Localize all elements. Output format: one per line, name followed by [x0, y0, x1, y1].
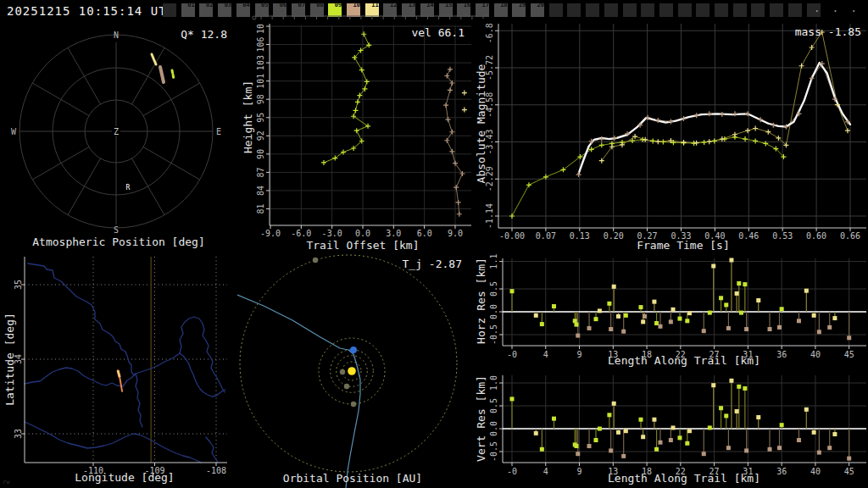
trail-offset-xlabel: Trail Offset [km] — [254, 239, 471, 252]
svg-text:S: S — [114, 225, 119, 235]
map-xlabel: Longitude [deg] — [23, 471, 226, 484]
svg-text:81: 81 — [256, 203, 265, 214]
svg-text:-0.5: -0.5 — [489, 324, 498, 345]
svg-text:98: 98 — [256, 94, 265, 104]
svg-text:-0.5: -0.5 — [489, 441, 498, 462]
svg-text:-1.14: -1.14 — [485, 203, 494, 229]
frame-box-blank[interactable] — [163, 3, 176, 17]
svg-text:-9.0: -9.0 — [260, 229, 281, 238]
vert-res-xlabel: Length Along Trail [km] — [527, 472, 841, 485]
svg-text:E: E — [216, 127, 221, 136]
frame-box-20[interactable]: 20 — [531, 3, 544, 17]
frame-box-blank[interactable] — [623, 3, 637, 17]
svg-text:1.0: 1.0 — [489, 375, 498, 391]
frame-box-02[interactable]: 02 — [199, 3, 213, 17]
svg-text:0.5: 0.5 — [489, 281, 498, 297]
horz-res-ylabel: Horz Res [km] — [475, 258, 487, 344]
frame-box-19[interactable]: 19 — [512, 3, 526, 17]
watermark: rw — [3, 479, 9, 485]
svg-text:-0: -0 — [507, 467, 517, 476]
orbital-panel — [237, 252, 471, 488]
svg-text:0.0: 0.0 — [355, 229, 370, 238]
trail-offset-ylabel: Height [km] — [242, 80, 254, 153]
svg-text:0.5: 0.5 — [489, 398, 498, 413]
frame-box-blank[interactable] — [770, 3, 783, 17]
frame-box-04[interactable]: 04 — [236, 3, 250, 17]
map-panel: -110-109-108353433 — [0, 252, 237, 488]
atmospheric-position-panel: NSWEZR — [0, 24, 237, 252]
frame-box-blank[interactable] — [715, 3, 728, 17]
svg-text:W: W — [11, 127, 17, 136]
trail-offset-panel: -9.0-6.0-3.00.03.06.09.01091061031019895… — [237, 24, 483, 252]
svg-text:0.0: 0.0 — [489, 421, 498, 436]
frame-box-03[interactable]: 03 — [218, 3, 231, 17]
map-ylabel: Latitude [deg] — [3, 313, 16, 406]
svg-text:95: 95 — [256, 113, 265, 123]
frame-box-blank[interactable] — [586, 3, 599, 17]
timestamp: 20251215 10:15:14 UTC — [7, 4, 175, 18]
svg-text:-6.87: -6.87 — [485, 24, 494, 43]
frame-box-blank[interactable] — [567, 3, 581, 17]
tisserand-annotation: T_j -2.87 — [326, 258, 462, 270]
polar-title: Atmospheric Position [deg] — [17, 236, 220, 248]
horz-res-panel: -04913182227313640451.10.50.0-0.5 — [471, 252, 868, 371]
svg-text:92: 92 — [256, 130, 265, 141]
frame-box-blank[interactable] — [788, 3, 802, 17]
frame-box-blank[interactable] — [641, 3, 654, 17]
svg-text:45: 45 — [844, 467, 854, 476]
meteor-analysis-app: { "header": { "timestamp": "20251215 10:… — [0, 0, 868, 488]
frame-box-18[interactable]: 18 — [494, 3, 508, 17]
svg-text:90: 90 — [256, 149, 265, 159]
svg-text:35: 35 — [14, 280, 23, 290]
svg-text:R: R — [126, 184, 131, 191]
svg-text:103: 103 — [256, 55, 265, 70]
svg-text:87: 87 — [256, 167, 265, 177]
vert-res-ylabel: Vert Res [km] — [475, 375, 487, 462]
svg-text:101: 101 — [256, 74, 265, 89]
svg-text:6.0: 6.0 — [417, 229, 432, 238]
svg-text:-3.0: -3.0 — [322, 229, 342, 238]
vert-res-panel: -04913182227313640451.00.50.0-0.5 — [471, 369, 868, 488]
horz-res-xlabel: Length Along Trail [km] — [527, 354, 841, 367]
frame-box-blank[interactable] — [733, 3, 747, 17]
frame-selector-bar: 20251215 10:15:14 UTC 010203040506070809… — [0, 0, 868, 24]
svg-text:45: 45 — [844, 350, 854, 359]
svg-text:106: 106 — [256, 37, 265, 53]
svg-text:109: 109 — [256, 24, 265, 34]
svg-text:84: 84 — [256, 186, 265, 196]
orbit-title: Orbital Position [AU] — [251, 472, 454, 485]
timeline-ruler[interactable] — [249, 14, 495, 22]
q-star-annotation: Q* 12.8 — [92, 28, 227, 41]
frame-box-blank[interactable] — [678, 3, 692, 17]
mass-annotation: mass -1.85 — [641, 25, 861, 38]
svg-text:Z: Z — [114, 127, 119, 136]
vel-annotation: vel 66.1 — [329, 26, 465, 39]
svg-text:1.1: 1.1 — [489, 254, 498, 269]
svg-text:3.0: 3.0 — [386, 229, 401, 238]
svg-text:0.66: 0.66 — [840, 231, 860, 241]
svg-text:33: 33 — [14, 429, 23, 439]
frame-box-blank[interactable] — [549, 3, 563, 17]
svg-text:-6.0: -6.0 — [291, 229, 311, 238]
svg-text:-0.00: -0.00 — [499, 231, 525, 241]
frame-box-blank[interactable] — [659, 3, 673, 17]
svg-text:9.0: 9.0 — [448, 229, 463, 238]
frame-box-blank[interactable] — [751, 3, 765, 17]
frame-box-blank[interactable] — [696, 3, 709, 17]
svg-text:-0: -0 — [507, 350, 517, 359]
magnitude-ylabel: Absolute Magnitude — [475, 64, 487, 184]
magnitude-xlabel: Frame Time [s] — [526, 239, 840, 252]
frame-box-01[interactable]: 01 — [181, 3, 195, 17]
frame-box-blank[interactable] — [604, 3, 618, 17]
svg-text:0.0: 0.0 — [489, 304, 498, 319]
magnitude-panel: -0.000.070.130.200.270.330.400.460.530.6… — [471, 24, 868, 252]
overflow-menu-icon[interactable]: . . . — [814, 2, 860, 14]
